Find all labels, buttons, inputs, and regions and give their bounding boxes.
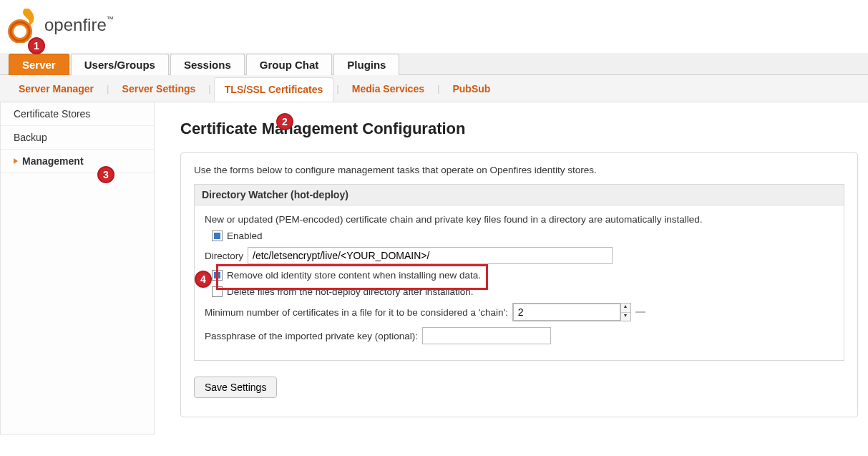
callout-4: 4: [195, 271, 212, 288]
sub-tabs: Server Manager | Server Settings | TLS/S…: [0, 75, 868, 102]
subtab-pubsub[interactable]: PubSub: [442, 77, 500, 100]
sidebar-item-backup[interactable]: Backup: [1, 126, 154, 150]
group-title: Directory Watcher (hot-deploy): [195, 185, 844, 205]
enabled-checkbox[interactable]: [212, 231, 223, 241]
brand-name: openfire™: [44, 15, 114, 35]
passphrase-input[interactable]: [422, 327, 551, 344]
passphrase-label: Passphrase of the imported private key (…: [205, 331, 418, 341]
subtab-tls-ssl[interactable]: TLS/SSL Certificates: [214, 77, 333, 102]
remove-old-checkbox[interactable]: [212, 270, 223, 281]
panel-intro: Use the forms below to configure managem…: [194, 165, 844, 175]
subtab-media-services[interactable]: Media Services: [342, 77, 434, 100]
sidebar: Certificate Stores Backup Management: [0, 102, 155, 435]
subtab-separator: |: [105, 83, 111, 94]
directory-input[interactable]: [248, 247, 613, 264]
callout-1: 1: [28, 37, 45, 54]
delete-files-label: Delete files from the hot-deploy directo…: [227, 286, 473, 297]
min-chain-input[interactable]: [513, 304, 620, 321]
subtab-server-settings[interactable]: Server Settings: [112, 77, 206, 100]
enabled-label: Enabled: [227, 231, 263, 241]
min-chain-spinner[interactable]: ▴▾: [620, 304, 630, 321]
brand-logo: openfire™: [0, 0, 868, 53]
min-chain-label: Minimum number of certificates in a file…: [205, 307, 508, 318]
tab-users-groups[interactable]: Users/Groups: [71, 54, 169, 75]
callout-2: 2: [276, 113, 293, 130]
subtab-server-manager[interactable]: Server Manager: [9, 77, 104, 100]
config-panel: Use the forms below to configure managem…: [180, 152, 858, 417]
directory-watcher-group: Directory Watcher (hot-deploy) New or up…: [194, 184, 844, 361]
sidebar-item-certificate-stores[interactable]: Certificate Stores: [1, 102, 154, 126]
subtab-separator: |: [207, 83, 213, 94]
group-intro: New or updated (PEM-encoded) certificate…: [205, 214, 834, 225]
tab-group-chat[interactable]: Group Chat: [246, 54, 333, 75]
tab-plugins[interactable]: Plugins: [333, 54, 399, 75]
primary-tabs: Server Users/Groups Sessions Group Chat …: [0, 53, 868, 75]
sidebar-item-management[interactable]: Management: [1, 150, 154, 173]
callout-3: 3: [97, 166, 114, 183]
subtab-separator: |: [436, 83, 442, 94]
remove-old-label: Remove old identity store content when i…: [227, 270, 481, 281]
tab-sessions[interactable]: Sessions: [170, 54, 245, 75]
tab-server[interactable]: Server: [9, 54, 69, 75]
save-settings-button[interactable]: Save Settings: [194, 377, 277, 398]
main-content: Certificate Management Configuration Use…: [155, 102, 868, 435]
delete-files-checkbox[interactable]: [212, 286, 223, 297]
min-chain-spinner-extra[interactable]: [635, 311, 645, 313]
directory-label: Directory: [205, 251, 243, 261]
subtab-separator: |: [335, 83, 341, 94]
